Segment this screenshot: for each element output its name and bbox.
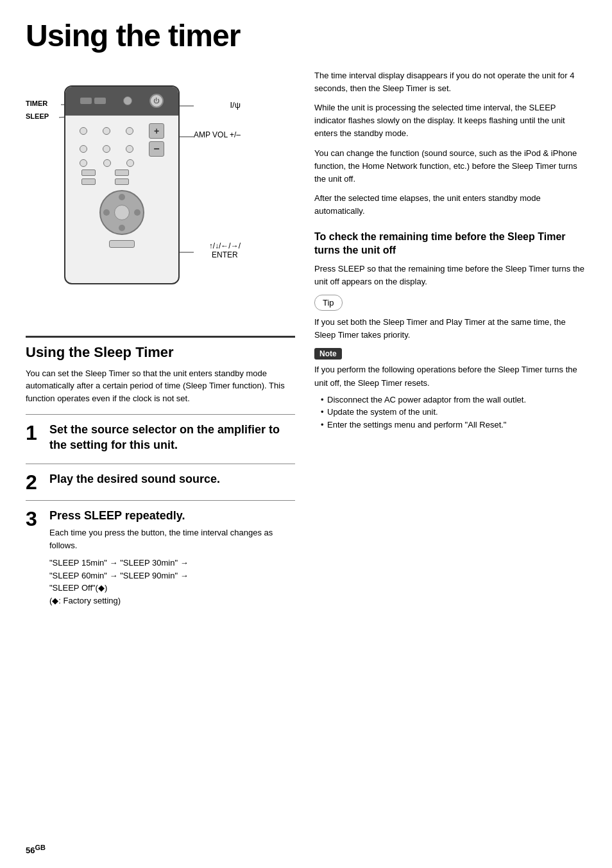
subheading: To check the remaining time before the S…	[314, 230, 586, 257]
remote-row5	[72, 178, 172, 185]
remote-diagram: TIMER SLEEP I/ψ AMP VOL +/– ↑/↓/←/→/ENTE…	[26, 73, 244, 317]
left-column: TIMER SLEEP I/ψ AMP VOL +/– ↑/↓/←/→/ENTE…	[26, 66, 295, 615]
remote-btn1	[80, 98, 92, 104]
remote-r1	[81, 169, 96, 176]
note-bullets: Disconnect the AC power adaptor from the…	[314, 394, 586, 431]
remote-c4	[80, 145, 87, 153]
remote-top-bar: ⏻	[65, 87, 178, 116]
remote-body: ⏻ + −	[64, 85, 180, 284]
step-3-number: 3	[26, 508, 42, 529]
page-number: 56GB	[26, 844, 46, 855]
right-para-2: While the unit is processing the selecte…	[314, 101, 586, 140]
remote-btn2	[94, 98, 106, 104]
step-2: 2 Play the desired sound source.	[26, 464, 295, 500]
remote-row2: −	[72, 141, 172, 157]
remote-row3	[72, 159, 172, 167]
right-para-1: The time interval display disappears if …	[314, 69, 586, 95]
remote-row4	[72, 169, 172, 176]
remote-c9	[126, 159, 134, 167]
note-bullet-2: Update the system of the unit.	[321, 406, 586, 419]
label-ampvol: AMP VOL +/–	[194, 130, 241, 139]
step-1-content: Set the source selector on the amplifier…	[49, 422, 295, 456]
main-layout: TIMER SLEEP I/ψ AMP VOL +/– ↑/↓/←/→/ENTE…	[26, 66, 586, 615]
sleep-timer-title: Using the Sleep Timer	[26, 344, 295, 361]
remote-power-btn: ⏻	[149, 94, 164, 108]
remote-c6	[126, 145, 133, 153]
step-2-number: 2	[26, 472, 42, 492]
note-bullet-1: Disconnect the AC power adaptor from the…	[321, 394, 586, 406]
step-1: 1 Set the source selector on the amplifi…	[26, 414, 295, 464]
page-num-text: 56	[26, 846, 35, 855]
step-3: 3 Press SLEEP repeatedly. Each time you …	[26, 500, 295, 614]
remote-nav-center	[114, 205, 130, 220]
remote-row-plus: +	[72, 123, 172, 139]
remote-middle-section: + −	[65, 116, 178, 256]
remote-c7	[80, 159, 87, 167]
section-divider-sleep	[26, 336, 295, 338]
remote-r4	[115, 178, 129, 185]
step-2-main: Play the desired sound source.	[49, 472, 295, 487]
subpara: Press SLEEP so that the remaining time b…	[314, 263, 586, 288]
remote-r3	[81, 178, 96, 185]
tip-container: Tip If you set both the Sleep Timer and …	[314, 295, 586, 342]
step-3-sub: Each time you press the button, the time…	[49, 526, 295, 551]
step-3-main: Press SLEEP repeatedly.	[49, 508, 295, 523]
remote-c2	[103, 127, 110, 135]
label-sleep: SLEEP	[26, 112, 49, 120]
page-title: Using the timer	[26, 19, 586, 53]
remote-minus: −	[149, 141, 164, 157]
label-timer: TIMER	[26, 100, 47, 107]
right-para-3: You can change the function (sound sourc…	[314, 147, 586, 186]
tip-label: Tip	[314, 295, 343, 311]
step-2-content: Play the desired sound source.	[49, 472, 295, 490]
remote-nav	[99, 190, 144, 235]
note-intro: If you perform the following operations …	[314, 363, 586, 389]
remote-c5	[103, 145, 110, 153]
step-1-number: 1	[26, 422, 42, 443]
sleep-timer-intro: You can set the Sleep Timer so that the …	[26, 367, 295, 405]
right-column: The time interval display disappears if …	[314, 66, 586, 615]
tip-text: If you set both the Sleep Timer and Play…	[314, 316, 586, 342]
note-bullet-3: Enter the settings menu and perform "All…	[321, 419, 586, 431]
note-container: Note If you perform the following operat…	[314, 348, 586, 431]
step-3-content: Press SLEEP repeatedly. Each time you pr…	[49, 508, 295, 607]
remote-c1	[80, 127, 87, 135]
remote-btn-circle	[123, 96, 132, 105]
label-arrows: ↑/↓/←/→/ENTER	[209, 241, 241, 259]
remote-c3	[126, 127, 133, 135]
remote-r2	[115, 169, 129, 176]
page-suffix: GB	[35, 844, 46, 851]
remote-c8	[103, 159, 111, 167]
remote-bottom-btn	[109, 240, 135, 248]
remote-plus: +	[149, 123, 164, 139]
right-para-4: After the selected time elapses, the uni…	[314, 192, 586, 218]
label-power: I/ψ	[230, 100, 241, 110]
note-label: Note	[314, 348, 342, 360]
step-3-sequence: "SLEEP 15min" → "SLEEP 30min" → "SLEEP 6…	[49, 557, 295, 607]
step-1-main: Set the source selector on the amplifier…	[49, 422, 295, 453]
